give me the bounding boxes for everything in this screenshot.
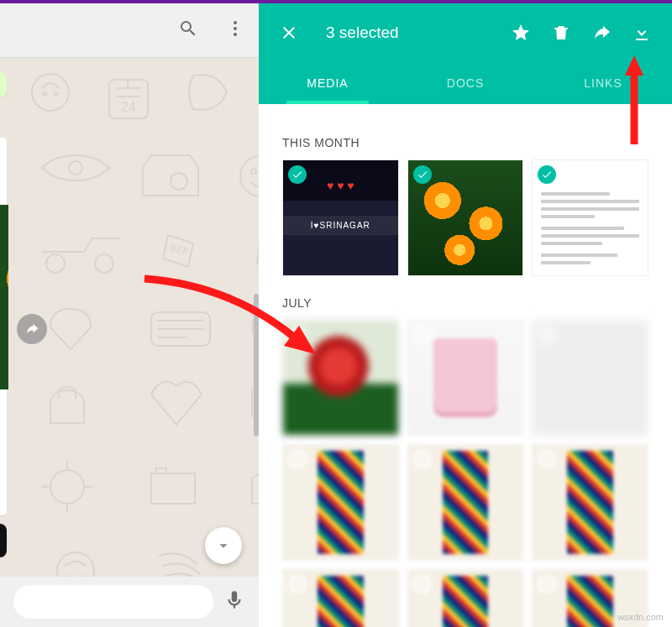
unselected-check-icon[interactable] (538, 450, 556, 468)
unselected-check-icon[interactable] (413, 575, 432, 593)
watermark: wsxdn.com (617, 612, 664, 622)
chat-header (0, 3, 259, 58)
unselected-check-icon[interactable] (288, 450, 307, 468)
media-thumb[interactable] (407, 444, 524, 561)
search-icon[interactable] (178, 18, 198, 42)
unselected-check-icon[interactable] (288, 326, 307, 344)
media-thumb[interactable] (407, 320, 524, 436)
star-icon[interactable] (511, 23, 531, 43)
menu-dots-icon[interactable] (225, 18, 245, 42)
media-thumb[interactable] (282, 444, 399, 561)
selected-check-icon[interactable] (288, 165, 307, 184)
media-thumb[interactable] (532, 320, 648, 436)
grid-this-month (282, 159, 648, 276)
media-tabs: MEDIA DOCS LINKS (259, 62, 672, 104)
svg-point-21 (50, 470, 84, 504)
message-bubble-edge (0, 72, 7, 97)
media-scroll-area[interactable]: THIS MONTH JULY (259, 104, 672, 627)
svg-point-5 (55, 92, 58, 96)
tab-media[interactable]: MEDIA (259, 62, 396, 104)
message-media-preview[interactable] (0, 205, 8, 389)
svg-point-13 (251, 169, 256, 174)
media-thumb[interactable] (282, 320, 399, 436)
media-thumb[interactable] (532, 444, 648, 561)
tab-links[interactable]: LINKS (534, 62, 672, 104)
media-thumb[interactable] (282, 159, 399, 276)
mic-icon[interactable] (223, 589, 245, 614)
scroll-to-bottom-button[interactable] (205, 527, 242, 564)
svg-point-2 (234, 33, 237, 36)
svg-point-4 (43, 92, 46, 96)
svg-point-3 (32, 74, 69, 111)
forward-icon[interactable] (17, 314, 47, 344)
chat-panel: 24 BFF (0, 3, 259, 627)
delete-icon[interactable] (551, 23, 571, 43)
app-container: 24 BFF (0, 3, 672, 627)
unselected-check-icon[interactable] (413, 326, 432, 344)
selection-header: 3 selected (259, 3, 672, 62)
selected-check-icon[interactable] (413, 165, 432, 184)
tab-label: LINKS (584, 76, 622, 90)
svg-point-16 (95, 254, 113, 273)
message-input[interactable] (13, 585, 213, 619)
tab-label: MEDIA (307, 76, 348, 90)
svg-point-12 (240, 156, 259, 196)
svg-text:BFF: BFF (169, 243, 190, 258)
download-icon[interactable] (632, 23, 652, 43)
grid-july (282, 320, 648, 627)
unselected-check-icon[interactable] (538, 326, 556, 344)
svg-point-10 (69, 161, 82, 175)
selection-count: 3 selected (326, 24, 491, 42)
media-thumb[interactable] (282, 569, 399, 627)
tab-docs[interactable]: DOCS (396, 62, 534, 104)
unselected-check-icon[interactable] (413, 450, 432, 468)
chat-scrollbar[interactable] (254, 294, 259, 436)
media-thumb[interactable] (407, 159, 524, 276)
unselected-check-icon[interactable] (288, 575, 307, 593)
svg-text:24: 24 (121, 100, 136, 114)
media-thumb[interactable] (532, 159, 648, 276)
svg-point-1 (234, 27, 237, 30)
chat-input-bar (0, 577, 259, 627)
media-panel: 3 selected MEDIA DOCS LINKS THIS MONTH (259, 3, 672, 627)
svg-point-11 (171, 173, 187, 190)
svg-point-0 (234, 21, 237, 24)
unselected-check-icon[interactable] (538, 575, 556, 593)
section-header-july: JULY (282, 296, 648, 310)
forward-share-icon[interactable] (591, 23, 612, 43)
svg-point-22 (57, 552, 94, 577)
close-icon[interactable] (279, 23, 299, 43)
section-header-this-month: THIS MONTH (282, 136, 648, 149)
message-dark-edge (0, 524, 7, 557)
selected-check-icon[interactable] (538, 165, 556, 184)
tab-label: DOCS (447, 76, 484, 90)
svg-point-15 (46, 254, 65, 273)
media-thumb[interactable] (407, 569, 524, 627)
